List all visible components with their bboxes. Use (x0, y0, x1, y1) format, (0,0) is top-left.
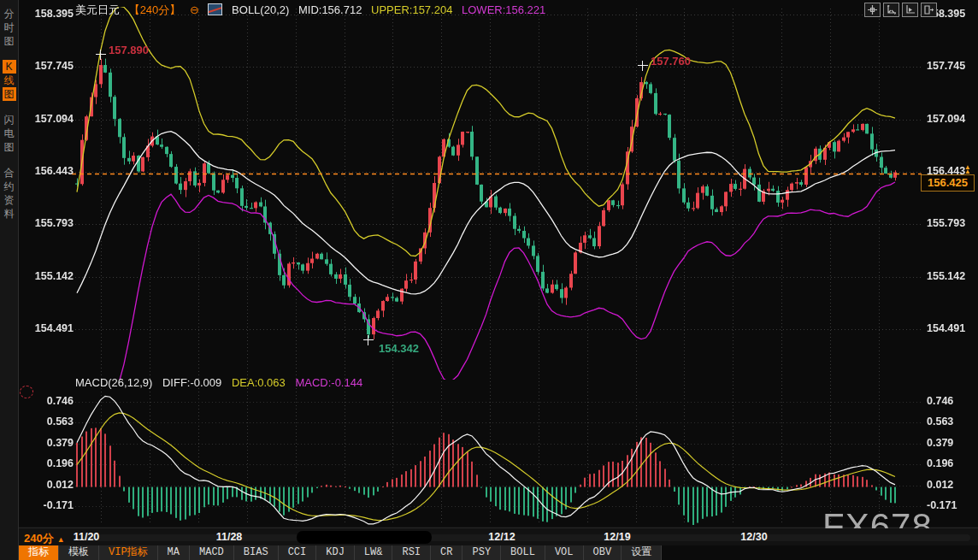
scrollbar-track (81, 534, 970, 541)
timeframe-text: 240分 (24, 532, 54, 545)
cross-marker-icon (96, 50, 106, 60)
macd-macd-value: MACD:-0.144 (295, 376, 362, 389)
toolbar-item-lw[interactable]: LW& (355, 545, 393, 560)
collapse-icon[interactable]: ⊖ (190, 3, 199, 16)
sidebar-item-char: 闪 (3, 113, 16, 127)
toolbar-item-psy[interactable]: PSY (462, 545, 501, 560)
x-axis-date: 12/12 (488, 531, 515, 543)
period-title[interactable]: 【240分】 (129, 3, 181, 16)
chart-tool-buttons (864, 3, 937, 17)
price-tick-label: 158.395 (21, 8, 74, 20)
toolbar-item-[interactable]: 设置 (622, 545, 662, 560)
toolbar-item-cci[interactable]: CCI (279, 545, 317, 560)
macd-tick-label: 0.012 (927, 479, 953, 491)
price-tick-label: 155.142 (21, 270, 74, 282)
price-tick-label: 157.094 (21, 113, 74, 125)
price-tick-label: 156.443 (21, 165, 74, 177)
indicator-toolbar: 指标模板VIP指标MAMACDBIASCCIKDJLW&RSICRPSYBOLL… (19, 545, 662, 560)
price-annotation-label: 157.890 (109, 44, 149, 56)
x-axis-date: 12/19 (604, 531, 630, 543)
macd-indicator-label: MACD(26,12,9) (75, 376, 152, 389)
axis-fit-icon[interactable] (883, 3, 899, 17)
sidebar-item-char: 约 (3, 180, 16, 193)
boll-upper-value: UPPER:157.204 (371, 3, 452, 16)
sidebar-item-char: 线 (3, 74, 16, 87)
macd-tick-label: 0.746 (927, 395, 953, 407)
move-crosshair-icon[interactable] (864, 3, 881, 17)
macd-tick-label: 0.563 (927, 416, 953, 427)
sidebar-item-kline-chart[interactable]: K线图 (3, 60, 16, 101)
symbol-title: 美元日元 (75, 3, 120, 16)
price-tick-label: 155.142 (927, 270, 965, 282)
sidebar-item-char: K (3, 60, 16, 74)
x-axis-date: 11/20 (74, 531, 100, 543)
sidebar-item-char: 时 (3, 21, 16, 34)
boll-lower-value: LOWER:156.221 (462, 3, 545, 16)
sidebar-item-char: 电 (3, 127, 16, 140)
toolbar-item-boll[interactable]: BOLL (501, 545, 545, 560)
sidebar-item-char: 图 (3, 140, 16, 154)
sidebar-item-char: 分 (3, 7, 16, 21)
sidebar-item-char: 图 (3, 87, 16, 101)
macd-tick-label: 0.379 (927, 437, 953, 449)
chart-header: 美元日元 【240分】 ⊖ BOLL(20,2) MID:156.712 UPP… (75, 3, 551, 18)
alert-marker-icon (20, 386, 33, 398)
toolbar-item-macd[interactable]: MACD (190, 545, 234, 560)
macd-tick-label: 0.563 (21, 416, 74, 427)
current-price-badge: 156.425 (921, 174, 975, 192)
chart-application: 分时图K线图闪电图合约资料 美元日元 【240分】 ⊖ BOLL(20,2) M… (0, 0, 978, 560)
macd-tick-label: 0.196 (927, 457, 953, 469)
scrollbar-thumb[interactable] (297, 531, 432, 544)
macd-dea-value: DEA:0.063 (232, 376, 286, 389)
price-tick-label: 155.793 (927, 217, 965, 229)
line-chart-icon (208, 3, 222, 15)
price-tick-label: 157.094 (927, 113, 965, 125)
price-tick-label: 155.793 (21, 217, 74, 229)
macd-tick-label: 0.196 (21, 457, 74, 469)
chart-canvas[interactable] (0, 0, 978, 560)
macd-tick-label: -0.171 (21, 499, 74, 511)
price-tick-label: 157.745 (927, 60, 965, 72)
toolbar-item-[interactable]: 指标 (19, 545, 59, 560)
axis-shift-icon[interactable] (921, 3, 937, 17)
price-annotation-label: 157.760 (651, 55, 691, 68)
price-tick-label: 154.491 (927, 322, 965, 334)
toolbar-item-bias[interactable]: BIAS (234, 545, 279, 560)
price-tick-label: 157.745 (21, 60, 74, 72)
toolbar-item-[interactable]: 模板 (59, 545, 99, 560)
toolbar-item-cr[interactable]: CR (431, 545, 462, 560)
sidebar-item-contract-info[interactable]: 合约资料 (3, 166, 16, 221)
toolbar-item-vip[interactable]: VIP指标 (99, 545, 158, 560)
axis-scale-icon[interactable] (902, 3, 918, 17)
chart-type-sidebar: 分时图K线图闪电图合约资料 (0, 0, 19, 560)
boll-mid-value: MID:156.712 (298, 3, 362, 16)
x-axis-date: 12/30 (740, 531, 767, 543)
chevron-up-icon: ▲ (57, 535, 65, 544)
x-axis-date: 11/28 (216, 531, 243, 543)
toolbar-item-vol[interactable]: VOL (545, 545, 584, 560)
macd-tick-label: 0.379 (21, 437, 74, 449)
toolbar-item-ma[interactable]: MA (158, 545, 190, 560)
sidebar-item-char: 合 (3, 166, 16, 180)
cross-marker-icon (363, 335, 374, 345)
cross-marker-icon (638, 61, 648, 71)
macd-tick-label: 0.012 (21, 479, 74, 491)
macd-diff-value: DIFF:-0.009 (162, 376, 221, 389)
x-axis-row: 240分▲ 11/2011/2812/1212/1912/30 (19, 528, 978, 545)
sidebar-item-char: 图 (3, 34, 16, 48)
toolbar-item-kdj[interactable]: KDJ (316, 545, 355, 560)
price-direction-arrow-icon: ▲▲ (964, 165, 971, 174)
price-tick-label: 154.491 (21, 322, 74, 334)
timeframe-label[interactable]: 240分▲ (24, 531, 65, 546)
macd-tick-label: -0.171 (927, 499, 957, 511)
toolbar-item-obv[interactable]: OBV (584, 545, 622, 560)
macd-legend: MACD(26,12,9) DIFF:-0.009 DEA:0.063 MACD… (75, 376, 369, 389)
toolbar-item-rsi[interactable]: RSI (392, 545, 431, 560)
sidebar-item-flash-chart[interactable]: 闪电图 (3, 113, 16, 154)
sidebar-item-char: 料 (3, 207, 16, 221)
sidebar-item-char: 资 (3, 193, 16, 207)
boll-indicator-label: BOLL(20,2) (232, 3, 289, 16)
sidebar-item-time-chart[interactable]: 分时图 (3, 7, 16, 48)
price-annotation-label: 154.342 (379, 342, 419, 355)
